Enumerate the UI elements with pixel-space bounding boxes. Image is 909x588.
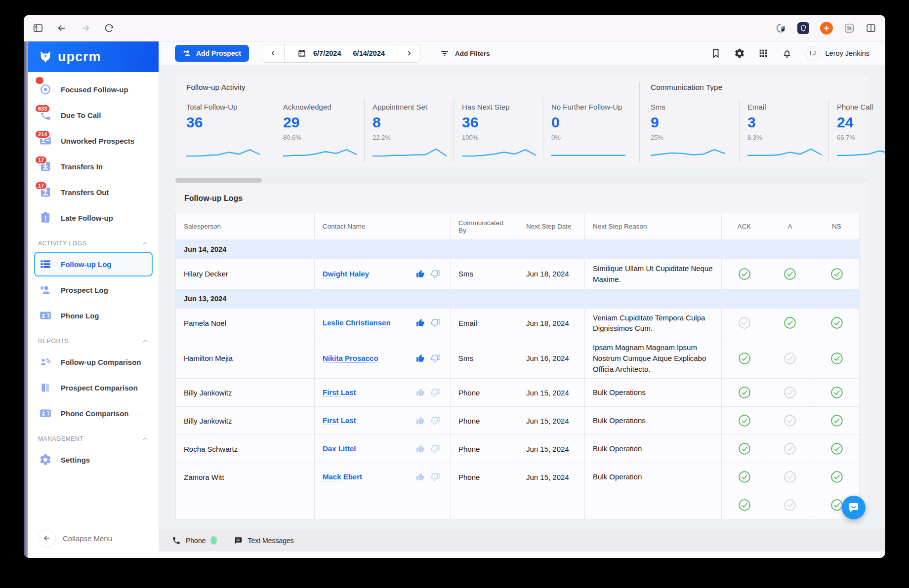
thumb-up-icon[interactable] bbox=[415, 353, 425, 363]
count-badge: 214 bbox=[35, 130, 50, 139]
reload-icon[interactable] bbox=[104, 23, 115, 34]
privacy-icon[interactable] bbox=[776, 23, 786, 34]
sidebar-item-phone-comparison[interactable]: Phone Comparison bbox=[34, 401, 153, 426]
contact-link[interactable]: Leslie Christiansen bbox=[323, 318, 391, 327]
contact-link[interactable]: Mack Ebert bbox=[323, 472, 362, 481]
status-check-cell bbox=[722, 379, 767, 407]
sidebar-item-prospect-comparison[interactable]: Prospect Comparison bbox=[34, 375, 153, 400]
phone-icon: 633 bbox=[39, 109, 52, 121]
thumb-down-icon[interactable] bbox=[430, 388, 440, 397]
thumb-up-icon[interactable] bbox=[415, 472, 425, 482]
sidebar-item-settings[interactable]: Settings bbox=[34, 447, 153, 472]
thumb-up-icon[interactable] bbox=[415, 444, 425, 454]
thumb-down-icon[interactable] bbox=[430, 269, 440, 279]
sidebar-item-due-to-call[interactable]: 633Due To Call bbox=[34, 103, 153, 127]
sidebar-item-follow-up-log[interactable]: Follow-up Log bbox=[34, 252, 153, 276]
check-circle-gray-icon bbox=[784, 470, 796, 483]
sparkline-chart bbox=[747, 146, 822, 159]
check-circle-green-icon bbox=[830, 442, 843, 455]
sidebar-section-title: REPORTS bbox=[38, 338, 69, 345]
logo-text: upcrm bbox=[58, 49, 101, 65]
extension-shield-icon[interactable] bbox=[797, 22, 809, 34]
feedback-thumbs bbox=[415, 269, 442, 279]
stat-value: 8 bbox=[372, 114, 447, 131]
apps-grid-icon[interactable] bbox=[758, 48, 769, 59]
extensions-settings-icon[interactable] bbox=[844, 23, 855, 34]
check-circle-green-icon bbox=[738, 352, 751, 365]
voice-compare-icon bbox=[39, 355, 52, 368]
contact-link[interactable]: First Last bbox=[323, 388, 356, 397]
thumb-down-icon[interactable] bbox=[430, 318, 440, 328]
status-check-cell bbox=[722, 407, 767, 435]
thumb-up-icon[interactable] bbox=[415, 416, 425, 426]
contact-link[interactable]: Dwight Haley bbox=[323, 270, 369, 278]
app-logo[interactable]: upcrm bbox=[28, 41, 159, 72]
contact-link[interactable]: First Last bbox=[323, 416, 356, 425]
sidebar-section-activity-logs[interactable]: ACTIVITY LOGS bbox=[33, 231, 154, 251]
sidebar-item-phone-log[interactable]: Phone Log bbox=[34, 303, 153, 328]
thumb-down-icon[interactable] bbox=[430, 353, 440, 363]
text-messages-tab[interactable]: Text Messages bbox=[234, 536, 293, 545]
contact-link[interactable]: Nikita Prosacco bbox=[323, 354, 378, 363]
sidebar-item-unworked-prospects[interactable]: 214Unworked Prospects bbox=[34, 128, 153, 153]
new-tab-plus-icon[interactable]: + bbox=[820, 22, 833, 35]
contact-link[interactable]: Dax Littel bbox=[323, 444, 356, 453]
bookmark-icon[interactable] bbox=[710, 48, 721, 59]
column-header-contact-name: Contact Name bbox=[315, 213, 451, 240]
prev-date-button[interactable] bbox=[262, 44, 284, 62]
back-icon[interactable] bbox=[56, 23, 67, 34]
sidebar-item-follow-up-comparison[interactable]: Follow-up Comparison bbox=[34, 350, 153, 374]
sidebar-nav: Focused Follow-up633Due To Call214Unwork… bbox=[28, 72, 159, 521]
feedback-thumbs bbox=[415, 472, 442, 482]
user-menu[interactable]: LJ Leroy Jenkins bbox=[805, 46, 869, 61]
sidebar-item-transfers-in[interactable]: 17Transfers In bbox=[34, 154, 153, 179]
contact-phone-icon bbox=[39, 407, 52, 420]
collapse-menu-button[interactable]: Collapse Menu bbox=[28, 521, 159, 558]
table-row: Hamilton MejiaNikita ProsaccoSmsJun 16, … bbox=[176, 338, 859, 379]
thumb-down-icon[interactable] bbox=[430, 444, 440, 454]
stat-value: 0 bbox=[551, 114, 625, 131]
thumb-down-icon[interactable] bbox=[430, 416, 440, 426]
stat-card-email: Email38.3% bbox=[739, 99, 828, 162]
phone-tab[interactable]: Phone bbox=[172, 536, 217, 545]
next-step-reason-cell: Bulk Operations bbox=[585, 379, 722, 407]
add-prospect-button[interactable]: Add Prospect bbox=[175, 45, 249, 62]
next-step-reason-cell bbox=[585, 491, 722, 519]
group-date-label: Jun 14, 2024 bbox=[176, 240, 860, 259]
sidebar-item-focused-follow-up[interactable]: Focused Follow-up bbox=[34, 77, 153, 102]
chevron-up-icon bbox=[142, 240, 149, 247]
salesperson-cell: Billy Jankowitz bbox=[176, 379, 315, 407]
add-filters-button[interactable]: Add Filters bbox=[440, 49, 490, 58]
chat-fab-button[interactable] bbox=[842, 496, 866, 519]
forward-icon[interactable] bbox=[80, 23, 91, 34]
split-view-icon[interactable] bbox=[866, 23, 876, 34]
column-header-next-step-reason: Next Step Reason bbox=[585, 213, 722, 240]
contact-cell: Mack Ebert bbox=[315, 463, 451, 491]
sidebar-section-management[interactable]: MANAGEMENT bbox=[33, 427, 154, 446]
feedback-thumbs bbox=[415, 388, 442, 397]
sidebar-toggle-icon[interactable] bbox=[33, 23, 43, 34]
sidebar-item-late-follow-up[interactable]: Late Follow-up bbox=[34, 205, 153, 230]
sidebar-item-prospect-log[interactable]: Prospect Log bbox=[34, 277, 153, 302]
sidebar-section-reports[interactable]: REPORTS bbox=[33, 329, 154, 349]
status-check-cell bbox=[813, 407, 860, 435]
table-header-row: SalespersonContact NameCommunicated ByNe… bbox=[176, 213, 859, 240]
next-date-button[interactable] bbox=[398, 44, 420, 62]
thumb-up-icon[interactable] bbox=[415, 269, 425, 279]
date-group-row: Jun 14, 2024 bbox=[176, 240, 859, 259]
gear-icon[interactable] bbox=[734, 48, 745, 59]
check-circle-green-icon bbox=[784, 268, 796, 280]
sidebar-item-transfers-out[interactable]: 17Transfers Out bbox=[34, 180, 153, 204]
horizontal-scrollbar-thumb[interactable] bbox=[175, 178, 262, 183]
bell-icon[interactable] bbox=[782, 48, 792, 59]
stat-value: 3 bbox=[747, 114, 822, 131]
date-range-display[interactable]: 6/7/2024 – 6/14/2024 bbox=[284, 44, 398, 62]
date-start: 6/7/2024 bbox=[313, 49, 341, 57]
avatar: LJ bbox=[805, 46, 821, 61]
check-circle-gray-icon bbox=[784, 352, 796, 365]
thumb-down-icon[interactable] bbox=[430, 472, 440, 482]
user-name: Leroy Jenkins bbox=[826, 49, 869, 57]
salesperson-cell: Zamora Witt bbox=[176, 463, 315, 491]
thumb-up-icon[interactable] bbox=[415, 318, 425, 328]
thumb-up-icon[interactable] bbox=[415, 388, 425, 397]
